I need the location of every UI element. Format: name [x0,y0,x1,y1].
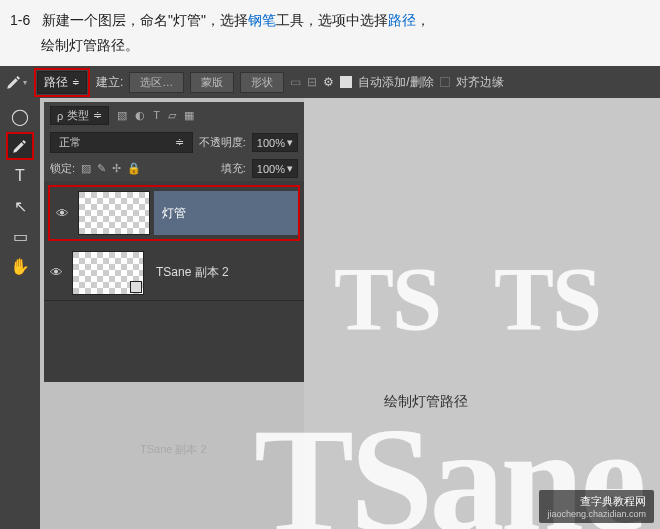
gear-icon[interactable]: ⚙ [323,75,334,89]
canvas-text-ts1: TS [334,248,440,351]
auto-add-checkbox[interactable] [340,76,352,88]
hand-tool[interactable]: ✋ [6,252,34,280]
options-bar: ▾ 路径 ≑ 建立: 选区… 蒙版 形状 ▭ ⊟ ⚙ 自动添加/删除 对齐边缘 [0,66,660,98]
canvas-area[interactable]: TS TS 绘制灯管路径 TSane [304,98,660,529]
align-edges-label: 对齐边缘 [456,74,504,91]
canvas-text-ts2: TS [494,248,600,351]
pen-tool-preset-icon[interactable]: ▾ [4,70,28,94]
layer-name[interactable]: 灯管 [154,191,298,235]
lock-position-icon[interactable]: ✢ [112,162,121,175]
layer-name[interactable]: TSane 副本 2 [148,264,304,281]
lock-label: 锁定: [50,161,75,176]
layers-panel: ρ类型≑ ▧ ◐ T ▱ ▦ 正常≑ 不透明度: 100%▾ [44,102,304,382]
layer-item-selected[interactable]: 👁 灯管 [48,185,300,241]
filter-smart-icon[interactable]: ▦ [184,109,194,122]
filter-shape-icon[interactable]: ▱ [168,109,176,122]
path-align-icon[interactable]: ⊟ [307,75,317,89]
layer-thumbnail[interactable] [72,251,144,295]
instruction-text: 1-6 新建一个图层，命名"灯管"，选择钢笔工具，选项中选择路径， 绘制灯管路径… [0,0,660,66]
layers-lock-row: 锁定: ▨ ✎ ✢ 🔒 填充: 100%▾ [44,156,304,181]
watermark-url: jiaocheng.chazidian.com [547,509,646,519]
tool-mode-dropdown[interactable]: 路径 ≑ [37,71,87,94]
link-path: 路径 [388,12,416,28]
filter-pixel-icon[interactable]: ▧ [117,109,127,122]
lasso-tool[interactable]: ◯ [6,102,34,130]
visibility-toggle-icon[interactable]: 👁 [50,206,74,221]
step-number: 1-6 [10,12,30,28]
filter-type-dropdown[interactable]: ρ类型≑ [50,106,109,125]
layer-item[interactable]: 👁 TSane 副本 2 [44,245,304,301]
watermark-title: 查字典教程网 [547,494,646,509]
filter-adjust-icon[interactable]: ◐ [135,109,145,122]
layer-thumbnail[interactable] [78,191,150,235]
align-edges-checkbox[interactable] [440,77,450,87]
path-selection-tool[interactable]: ↖ [6,192,34,220]
mode-dropdown-highlight: 路径 ≑ [34,68,90,97]
auto-add-label: 自动添加/删除 [358,74,433,91]
chevron-down-icon: ≑ [72,77,80,87]
toolbox: ◯ T ↖ ▭ ✋ [0,98,40,529]
blend-mode-dropdown[interactable]: 正常≑ [50,132,193,153]
opacity-input[interactable]: 100%▾ [252,133,298,152]
link-pen: 钢笔 [248,12,276,28]
filter-icons: ▧ ◐ T ▱ ▦ [117,109,194,122]
lock-transparent-icon[interactable]: ▨ [81,162,91,175]
build-label: 建立: [96,74,123,91]
make-selection-button[interactable]: 选区… [129,72,184,93]
path-ops-icon[interactable]: ▭ [290,75,301,89]
make-shape-button[interactable]: 形状 [240,72,284,93]
opacity-label: 不透明度: [199,135,246,150]
watermark: 查字典教程网 jiaocheng.chazidian.com [539,490,654,523]
make-mask-button[interactable]: 蒙版 [190,72,234,93]
lock-image-icon[interactable]: ✎ [97,162,106,175]
fill-label: 填充: [221,161,246,176]
lock-all-icon[interactable]: 🔒 [127,162,141,175]
layers-filter-row: ρ类型≑ ▧ ◐ T ▱ ▦ [44,102,304,129]
layers-list: 👁 灯管 👁 TSane 副本 2 [44,181,304,382]
workspace: ◯ T ↖ ▭ ✋ ρ类型≑ ▧ ◐ T ▱ ▦ [0,98,660,529]
type-tool[interactable]: T [6,162,34,190]
filter-type-icon[interactable]: T [153,109,160,122]
pen-tool[interactable] [6,132,34,160]
visibility-toggle-icon[interactable]: 👁 [44,265,68,280]
fill-input[interactable]: 100%▾ [252,159,298,178]
rectangle-tool[interactable]: ▭ [6,222,34,250]
layers-blend-row: 正常≑ 不透明度: 100%▾ [44,129,304,156]
